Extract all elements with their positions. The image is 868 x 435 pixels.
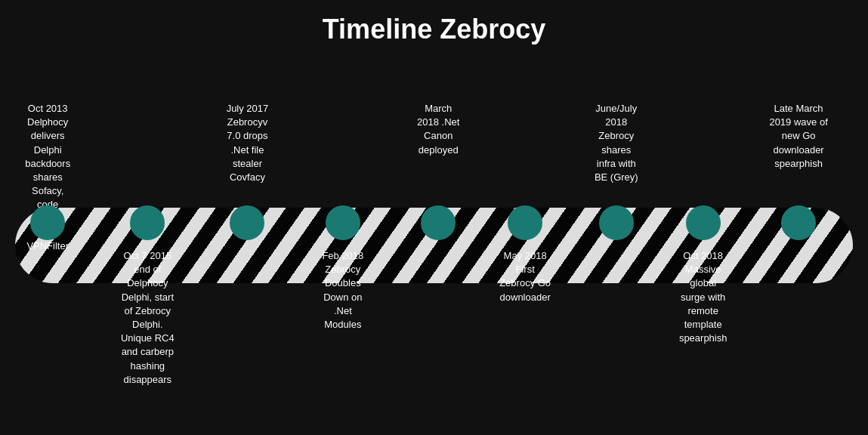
timeline-label-3: July 2017Zebrocyv7.0 drops.Net filesteal… xyxy=(204,102,291,202)
timeline-label-5: March2018 .NetCanondeployed xyxy=(395,102,482,202)
timeline-dot-5 xyxy=(421,205,456,240)
timeline-dot-9 xyxy=(781,205,816,240)
timeline-label-2: Oct 7 2015end ofDelphocyDelphi, startof … xyxy=(104,249,191,387)
timeline-dot-6 xyxy=(508,205,542,240)
timeline-label-8: Oct 2018Massiveglobalsurge withremotetem… xyxy=(659,249,746,345)
timeline-dot-7 xyxy=(599,205,634,240)
timeline-container: Oct 2013DelphocydeliversDelphibackdoorss… xyxy=(0,98,868,415)
timeline-dot-3 xyxy=(230,205,264,240)
timeline-label-1: Oct 2013DelphocydeliversDelphibackdoorss… xyxy=(5,102,91,202)
timeline-dot-8 xyxy=(686,205,721,240)
timeline-dot-1 xyxy=(30,205,65,240)
timeline-label-7: June/July2018Zebrocysharesinfra withBE (… xyxy=(573,102,659,202)
timeline-label-6: May 2018FirstZebrocy Godownloader xyxy=(482,249,569,304)
timeline-dot-4 xyxy=(326,205,360,240)
timeline-dot-2 xyxy=(130,205,165,240)
page-title: Timeline Zebrocy xyxy=(0,0,868,53)
timeline-label-9: Late March2019 wave ofnew Godownloadersp… xyxy=(755,102,842,202)
timeline-label-4: Feb 2018ZebrocyDoublesDown on.NetModules xyxy=(299,249,386,332)
